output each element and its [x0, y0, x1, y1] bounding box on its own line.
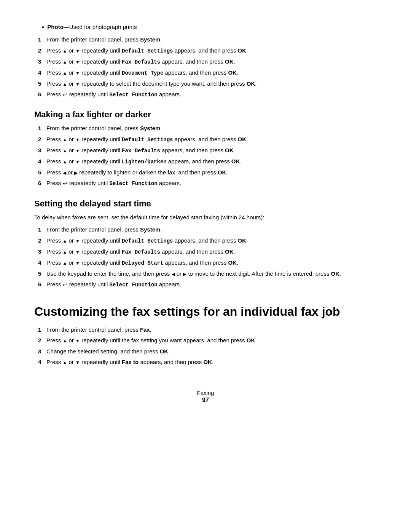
step-number: 5 — [38, 270, 46, 278]
numbered-item: 4 Press ▲ or ▼ repeatedly until Delayed … — [34, 259, 377, 267]
step-text: Press ▲ or ▼ repeatedly until Fax Defaul… — [46, 248, 377, 256]
step-text: From the printer control panel, press Sy… — [46, 124, 377, 133]
step-number: 2 — [38, 46, 46, 55]
bullet-photo-text: Photo—Used for photograph prints — [47, 23, 137, 32]
bullet-dot: • — [42, 23, 44, 32]
numbered-item: 6 Press ↩ repeatedly until Select Functi… — [34, 90, 377, 99]
section2-heading: Setting the delayed start time — [34, 199, 377, 209]
numbered-item: 4 Press ▲ or ▼ repeatedly until Document… — [34, 69, 377, 77]
footer: Faxing 97 — [34, 390, 377, 404]
numbered-item: 4 Press ▲ or ▼ repeatedly until Lighten/… — [34, 157, 377, 166]
numbered-item: 5 Press ◀ or ▶ repeatedly to lighten or … — [34, 168, 377, 177]
step-text: Press ↩ repeatedly until Select Function… — [46, 90, 377, 99]
numbered-item: 5 Press ▲ or ▼ repeatedly to select the … — [34, 80, 377, 88]
numbered-item: 3 Press ▲ or ▼ repeatedly until Fax Defa… — [34, 58, 377, 66]
step-number: 3 — [38, 347, 46, 356]
numbered-item: 3 Press ▲ or ▼ repeatedly until Fax Defa… — [34, 248, 377, 256]
step-number: 6 — [38, 179, 46, 188]
numbered-item: 2 Press ▲ or ▼ repeatedly until Default … — [34, 236, 377, 245]
step-number: 2 — [38, 135, 46, 144]
section2-steps: 1 From the printer control panel, press … — [34, 225, 377, 289]
step-number: 3 — [38, 248, 46, 256]
step-number: 1 — [38, 35, 46, 44]
major-section-heading: Customizing the fax settings for an indi… — [34, 305, 377, 319]
step-text: From the printer control panel, press Sy… — [46, 35, 377, 44]
numbered-item: 1 From the printer control panel, press … — [34, 326, 377, 334]
step-number: 6 — [38, 280, 46, 289]
step-text: Press ▲ or ▼ repeatedly until Default Se… — [46, 46, 377, 55]
step-number: 1 — [38, 225, 46, 234]
numbered-item: 6 Press ↩ repeatedly until Select Functi… — [34, 280, 377, 289]
step-number: 4 — [38, 157, 46, 166]
step-text: Press ▲ or ▼ repeatedly until Default Se… — [46, 236, 377, 245]
footer-label: Faxing — [197, 390, 214, 396]
step-text: Press ▲ or ▼ repeatedly until Fax Defaul… — [46, 146, 377, 155]
initial-steps: 1 From the printer control panel, press … — [34, 35, 377, 99]
step-number: 1 — [38, 326, 46, 334]
step-text: Press ↩ repeatedly until Select Function… — [46, 179, 377, 188]
step-text: Press ▲ or ▼ repeatedly to select the do… — [46, 80, 377, 88]
step-number: 1 — [38, 124, 46, 133]
page-number: 97 — [34, 397, 377, 404]
numbered-item: 4 Press ▲ or ▼ repeatedly until Fax to a… — [34, 358, 377, 367]
step-text: Press ↩ repeatedly until Select Function… — [46, 280, 377, 289]
step-text: From the printer control panel, press Sy… — [46, 225, 377, 234]
numbered-item: 1 From the printer control panel, press … — [34, 225, 377, 234]
step-text: Press ▲ or ▼ repeatedly until Document T… — [46, 69, 377, 77]
step-text: Use the keypad to enter the time, and th… — [46, 270, 377, 278]
numbered-item: 1 From the printer control panel, press … — [34, 124, 377, 133]
step-text: Change the selected setting, and then pr… — [46, 347, 377, 356]
step-text: Press ▲ or ▼ repeatedly until Delayed St… — [46, 259, 377, 267]
step-number: 2 — [38, 336, 46, 345]
step-number: 4 — [38, 259, 46, 267]
step-text: Press ▲ or ▼ repeatedly until Fax to app… — [46, 358, 377, 367]
numbered-item: 3 Change the selected setting, and then … — [34, 347, 377, 356]
step-text: Press ▲ or ▼ repeatedly until Lighten/Da… — [46, 157, 377, 166]
step-text: Press ◀ or ▶ repeatedly to lighten or da… — [46, 168, 377, 177]
step-number: 4 — [38, 358, 46, 367]
major-section-steps: 1 From the printer control panel, press … — [34, 326, 377, 367]
step-number: 6 — [38, 90, 46, 99]
step-text: From the printer control panel, press Fa… — [46, 326, 377, 334]
step-number: 4 — [38, 69, 46, 77]
numbered-item: 2 Press ▲ or ▼ repeatedly until Default … — [34, 46, 377, 55]
section1-heading: Making a fax lighter or darker — [34, 110, 377, 120]
numbered-item: 2 Press ▲ or ▼ repeatedly until Default … — [34, 135, 377, 144]
numbered-item: 1 From the printer control panel, press … — [34, 35, 377, 44]
step-text: Press ▲ or ▼ repeatedly until the fax se… — [46, 336, 377, 345]
numbered-item: 3 Press ▲ or ▼ repeatedly until Fax Defa… — [34, 146, 377, 155]
numbered-item: 2 Press ▲ or ▼ repeatedly until the fax … — [34, 336, 377, 345]
numbered-item: 6 Press ↩ repeatedly until Select Functi… — [34, 179, 377, 188]
step-text: Press ▲ or ▼ repeatedly until Fax Defaul… — [46, 58, 377, 66]
step-number: 5 — [38, 80, 46, 88]
numbered-item: 5 Use the keypad to enter the time, and … — [34, 270, 377, 278]
step-text: Press ▲ or ▼ repeatedly until Default Se… — [46, 135, 377, 144]
bullet-section: • Photo—Used for photograph prints — [34, 23, 377, 32]
step-number: 5 — [38, 168, 46, 177]
step-number: 2 — [38, 236, 46, 245]
section2-intro: To delay when faxes are sent, set the de… — [34, 213, 377, 222]
bullet-item-photo: • Photo—Used for photograph prints — [34, 23, 377, 32]
step-number: 3 — [38, 58, 46, 66]
section1-steps: 1 From the printer control panel, press … — [34, 124, 377, 188]
step-number: 3 — [38, 146, 46, 155]
